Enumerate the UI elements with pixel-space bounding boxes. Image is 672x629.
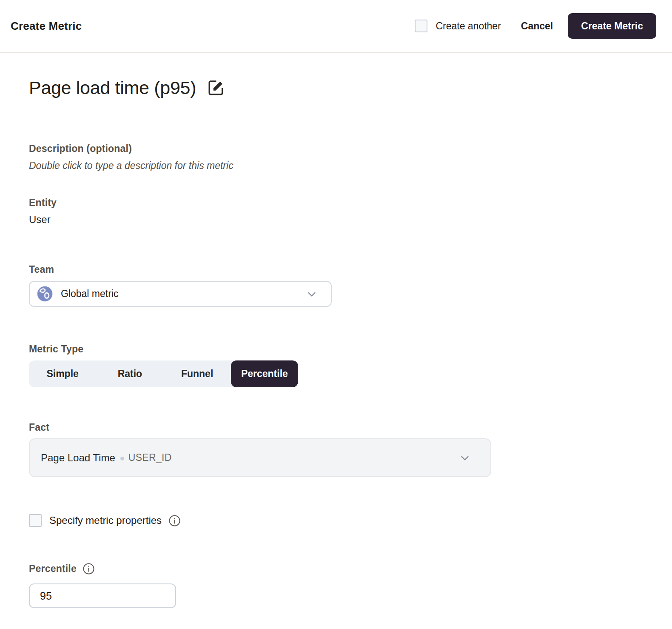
metric-type-segmented-control: Simple Ratio Funnel Percentile — [29, 360, 298, 387]
team-label: Team — [29, 264, 643, 275]
info-icon[interactable] — [83, 563, 95, 575]
percentile-input[interactable] — [29, 583, 176, 608]
team-select[interactable]: Global metric — [29, 281, 332, 307]
entity-label: Entity — [29, 197, 643, 209]
cancel-button[interactable]: Cancel — [521, 20, 553, 32]
entity-section: Entity User — [29, 197, 643, 226]
percentile-label: Percentile — [29, 563, 77, 575]
create-another-label[interactable]: Create another — [436, 20, 501, 32]
specify-properties-checkbox[interactable] — [29, 514, 42, 527]
metric-type-label: Metric Type — [29, 343, 643, 355]
metric-properties-row: Specify metric properties — [29, 514, 643, 527]
fact-select-value: Page Load Time — [41, 452, 115, 464]
create-metric-button[interactable]: Create Metric — [568, 13, 656, 39]
chevron-down-icon — [458, 452, 471, 464]
create-another-checkbox[interactable] — [415, 20, 427, 32]
fact-entity-key: USER_ID — [128, 452, 172, 463]
fact-section: Fact Page Load Time USER_ID — [29, 422, 643, 477]
fact-label: Fact — [29, 422, 643, 433]
metric-name-title: Page load time (p95) — [29, 77, 196, 98]
metric-name-row: Page load time (p95) — [29, 77, 643, 99]
metric-type-option-simple[interactable]: Simple — [29, 360, 96, 387]
chevron-down-icon — [305, 288, 318, 300]
header-bar: Create Metric Create another Cancel Crea… — [0, 0, 672, 53]
entity-value: User — [29, 214, 643, 226]
separator-dot — [120, 457, 124, 460]
team-select-value: Global metric — [61, 288, 305, 300]
globe-icon — [36, 285, 54, 303]
metric-type-section: Metric Type Simple Ratio Funnel Percenti… — [29, 343, 643, 387]
metric-type-option-funnel[interactable]: Funnel — [164, 360, 231, 387]
create-metric-form: Page load time (p95) Description (option… — [0, 77, 672, 629]
metric-type-option-percentile[interactable]: Percentile — [231, 360, 298, 387]
description-placeholder[interactable]: Double click to type a description for t… — [29, 160, 643, 172]
info-icon[interactable] — [168, 515, 181, 527]
edit-icon[interactable] — [207, 78, 225, 97]
metric-type-option-ratio[interactable]: Ratio — [96, 360, 163, 387]
specify-properties-label[interactable]: Specify metric properties — [49, 515, 162, 526]
window-title: Create Metric — [11, 20, 82, 33]
description-section: Description (optional) Double click to t… — [29, 143, 643, 172]
team-section: Team Global metric — [29, 264, 643, 307]
percentile-label-row: Percentile — [29, 563, 643, 575]
header-actions: Create another Cancel Create Metric — [415, 13, 656, 39]
percentile-section: Percentile — [29, 563, 643, 629]
fact-select[interactable]: Page Load Time USER_ID — [29, 438, 491, 477]
description-label: Description (optional) — [29, 143, 643, 154]
